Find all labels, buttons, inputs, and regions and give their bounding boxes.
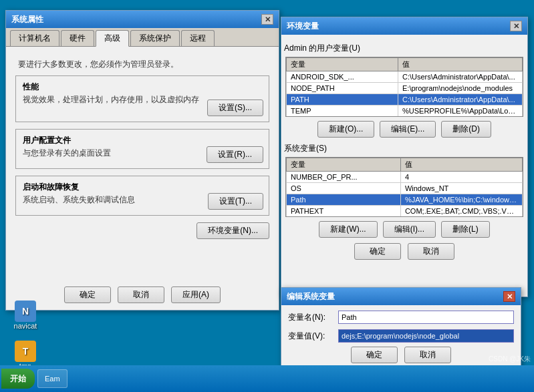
sys-var-val: 4 [400, 172, 522, 183]
user-vars-table: 变量 值 ANDROID_SDK_... C:\Users\Administra… [286, 57, 523, 117]
user-vars-table-wrapper[interactable]: 变量 值 ANDROID_SDK_... C:\Users\Administra… [285, 57, 523, 117]
table-row[interactable]: ANDROID_SDK_... C:\Users\Administrator\A… [287, 71, 523, 83]
sys-vars-btns: 新建(W)... 编辑(I)... 删除(L) [285, 221, 523, 238]
start-button[interactable]: 开始 [1, 369, 35, 389]
tab-hardware[interactable]: 硬件 [61, 30, 94, 46]
user-delete-btn[interactable]: 删除(D) [441, 121, 491, 138]
startup-section: 启动和故障恢复 系统启动、系统失败和调试信息 设置(T)... [15, 176, 269, 216]
user-var-val: C:\Users\Administrator\AppData\... [398, 71, 523, 83]
user-new-btn[interactable]: 新建(O)... [317, 121, 374, 138]
tab-computer-name[interactable]: 计算机名 [10, 30, 59, 46]
var-value-input[interactable] [338, 329, 514, 343]
navicat-label: navicat [14, 322, 37, 330]
tab-remote[interactable]: 远程 [181, 30, 215, 46]
tab-system-protection[interactable]: 系统保护 [130, 30, 180, 46]
sys-var-name: OS [287, 183, 401, 194]
edit-sysvar-footer: 确定 取消 [281, 347, 521, 363]
edit-sysvar-ok-btn[interactable]: 确定 [351, 347, 398, 363]
sys-vars-col-var: 变量 [287, 158, 401, 172]
navicat-icon: N [15, 301, 36, 322]
sys-var-val: %JAVA_HOME%\bin;C:\windows\syst... [400, 194, 522, 206]
var-name-row: 变量名(N): [288, 311, 514, 324]
env-vars-content: Admin 的用户变量(U) 变量 值 ANDROID_SDK_... C:\U… [281, 35, 527, 262]
var-name-label: 变量名(N): [288, 312, 338, 323]
user-vars-btns: 新建(O)... 编辑(E)... 删除(D) [285, 121, 523, 138]
startup-title: 启动和故障恢复 [23, 182, 262, 193]
edit-sysvar-content: 变量名(N): 变量值(V): 确定 取消 [281, 311, 521, 363]
env-ok-btn[interactable]: 确定 [354, 243, 401, 260]
sys-var-name: Path [287, 194, 401, 206]
sys-vars-table-wrapper[interactable]: 变量 值 NUMBER_OF_PR... 4 OS Windows_NT Pat… [285, 157, 523, 217]
user-vars-title: Admin 的用户变量(U) [284, 43, 525, 54]
env-vars-dialog: 环境变量 ✕ Admin 的用户变量(U) 变量 值 ANDROID_SDK_.… [281, 17, 528, 297]
sys-props-ok-btn[interactable]: 确定 [64, 286, 111, 303]
sys-props-title: 系统属性 [11, 14, 43, 25]
taskbar: 开始 Eam [0, 365, 534, 392]
tmp-icon: T [15, 341, 36, 362]
user-profile-title: 用户配置文件 [23, 135, 262, 146]
performance-settings-btn[interactable]: 设置(S)... [207, 100, 263, 116]
edit-sysvar-cancel-btn[interactable]: 取消 [404, 347, 451, 363]
taskbar-item-eam[interactable]: Eam [37, 369, 68, 388]
startup-settings-btn[interactable]: 设置(T)... [208, 193, 263, 210]
desktop-icon-navicat[interactable]: N navicat [5, 301, 45, 330]
edit-sysvar-titlebar: 编辑系统变量 ✕ [281, 288, 521, 305]
sys-edit-btn[interactable]: 编辑(I)... [383, 221, 436, 238]
env-vars-footer: 确定 取消 [281, 243, 527, 260]
sys-props-cancel-btn[interactable]: 取消 [118, 286, 164, 303]
user-edit-btn[interactable]: 编辑(E)... [380, 121, 436, 138]
sys-props-close-btn[interactable]: ✕ [261, 14, 273, 25]
navicat-icon-label: N [22, 306, 29, 317]
sys-props-apply-btn[interactable]: 应用(A) [171, 286, 221, 303]
env-cancel-btn[interactable]: 取消 [408, 243, 454, 260]
env-vars-btn[interactable]: 环境变量(N)... [196, 222, 269, 239]
user-var-val: %USERPROFILE%\AppData\Local\Temp [398, 106, 523, 117]
sys-props-footer: 确定 取消 应用(A) [6, 286, 279, 303]
var-value-label: 变量值(V): [288, 331, 338, 342]
user-profile-settings-btn[interactable]: 设置(R)... [207, 146, 263, 163]
sys-var-val: COM;.EXE;.BAT;.CMD;.VBS;.VBE... [400, 206, 522, 217]
sys-vars-table: 变量 值 NUMBER_OF_PR... 4 OS Windows_NT Pat… [286, 158, 523, 217]
table-row[interactable]: Path %JAVA_HOME%\bin;C:\windows\syst... [287, 194, 523, 206]
performance-title: 性能 [23, 81, 262, 93]
sys-props-titlebar: 系统属性 ✕ [6, 11, 279, 28]
performance-section: 性能 视觉效果，处理器计划，内存使用，以及虚拟内存 设置(S)... [15, 75, 269, 122]
tmp-icon-label: T [23, 346, 29, 357]
sys-var-val: Windows_NT [400, 183, 522, 194]
var-name-input[interactable] [338, 311, 514, 324]
table-row[interactable]: NUMBER_OF_PR... 4 [287, 172, 523, 183]
env-vars-close-btn[interactable]: ✕ [510, 21, 522, 31]
tab-bar: 计算机名 硬件 高级 系统保护 远程 [6, 28, 279, 47]
user-var-name: ANDROID_SDK_... [287, 71, 398, 83]
sys-props-content: 要进行大多数更改，您必须作为管理员登录。 性能 视觉效果，处理器计划，内存使用，… [6, 47, 279, 247]
table-row[interactable]: OS Windows_NT [287, 183, 523, 194]
sys-delete-btn[interactable]: 删除(L) [441, 221, 490, 238]
sys-var-name: NUMBER_OF_PR... [287, 172, 401, 183]
user-vars-col-var: 变量 [287, 58, 398, 71]
user-var-name: NODE_PATH [287, 83, 398, 94]
edit-sysvar-close-btn[interactable]: ✕ [503, 291, 515, 302]
user-profile-section: 用户配置文件 与您登录有关的桌面设置 设置(R)... [15, 129, 269, 169]
user-vars-col-val: 值 [398, 58, 523, 71]
table-row[interactable]: PATH C:\Users\Administrator\AppData\... [287, 94, 523, 106]
table-row[interactable]: PATHEXT COM;.EXE;.BAT;.CMD;.VBS;.VBE... [287, 206, 523, 217]
user-var-name: TEMP [287, 106, 398, 117]
var-value-row: 变量值(V): [288, 329, 514, 343]
watermark: CSDN @JK朱 [489, 355, 531, 364]
table-row[interactable]: NODE_PATH E:\program\nodejs\node_modules [287, 83, 523, 94]
env-vars-title: 环境变量 [287, 21, 319, 32]
edit-sysvar-title: 编辑系统变量 [287, 291, 335, 303]
user-var-val: E:\program\nodejs\node_modules [398, 83, 523, 94]
env-vars-titlebar: 环境变量 ✕ [281, 17, 527, 35]
tab-advanced[interactable]: 高级 [96, 30, 129, 47]
sys-new-btn[interactable]: 新建(W)... [319, 221, 377, 238]
sys-vars-title: 系统变量(S) [284, 143, 525, 154]
user-var-name: PATH [287, 94, 398, 106]
sys-vars-col-val: 值 [400, 158, 522, 172]
user-var-val: C:\Users\Administrator\AppData\... [398, 94, 523, 106]
notice-text: 要进行大多数更改，您必须作为管理员登录。 [18, 59, 267, 70]
sys-props-dialog: 系统属性 ✕ 计算机名 硬件 高级 系统保护 远程 要进行大多数更改，您必须作为… [5, 10, 279, 311]
sys-var-name: PATHEXT [287, 206, 401, 217]
table-row[interactable]: TEMP %USERPROFILE%\AppData\Local\Temp [287, 106, 523, 117]
